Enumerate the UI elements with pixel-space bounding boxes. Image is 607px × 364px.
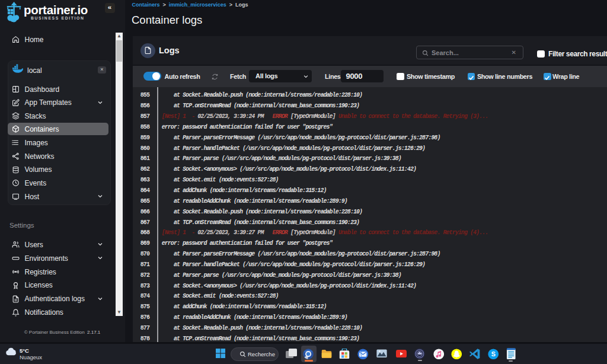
svg-text:S: S: [491, 350, 495, 357]
